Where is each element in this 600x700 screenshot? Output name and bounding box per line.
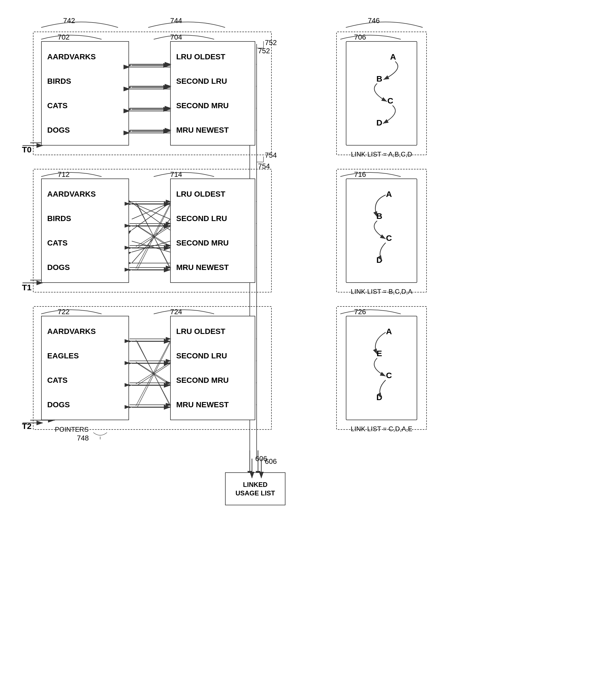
outer-box-t2-r [336, 306, 427, 430]
outer-box-t1-r [336, 169, 427, 293]
time-t1: T1 [22, 283, 31, 292]
ref-754-label: 754 [265, 151, 277, 159]
bracket-748 [92, 431, 108, 440]
bracket-742 [38, 14, 121, 30]
ref-752-label: 752 [265, 39, 277, 47]
outer-box-t0-lm [33, 31, 272, 155]
outer-box-t0-r [336, 31, 427, 155]
outer-box-t2-lm [33, 306, 272, 430]
ref-752: 752 [258, 47, 270, 55]
linked-usage-list-box: LINKEDUSAGE LIST [225, 472, 285, 505]
outer-box-t1-lm [33, 169, 272, 293]
time-t0: T0 [22, 145, 31, 154]
bracket-746 [343, 14, 425, 30]
ref-606-label: 606 [265, 457, 277, 466]
bracket-744 [146, 14, 228, 30]
time-t2: T2 [22, 422, 31, 431]
diagram-container: 742 744 746 702 704 706 AARDVARKS BIRDS … [11, 11, 588, 692]
linked-usage-list-label: LINKEDUSAGE LIST [235, 480, 275, 497]
ref-748: 748 [77, 434, 89, 443]
